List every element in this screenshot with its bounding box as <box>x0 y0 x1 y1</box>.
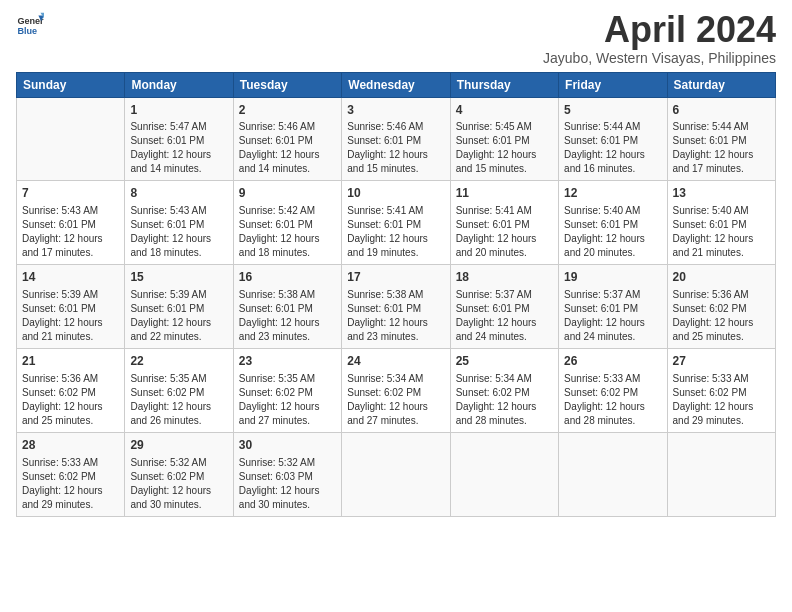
day-info: Sunrise: 5:41 AM Sunset: 6:01 PM Dayligh… <box>456 204 553 260</box>
day-number: 22 <box>130 353 227 370</box>
day-cell: 19Sunrise: 5:37 AM Sunset: 6:01 PM Dayli… <box>559 265 667 349</box>
day-number: 10 <box>347 185 444 202</box>
header-cell-wednesday: Wednesday <box>342 72 450 97</box>
day-cell: 30Sunrise: 5:32 AM Sunset: 6:03 PM Dayli… <box>233 432 341 516</box>
day-cell: 18Sunrise: 5:37 AM Sunset: 6:01 PM Dayli… <box>450 265 558 349</box>
day-number: 11 <box>456 185 553 202</box>
day-number: 19 <box>564 269 661 286</box>
day-info: Sunrise: 5:37 AM Sunset: 6:01 PM Dayligh… <box>456 288 553 344</box>
day-cell: 5Sunrise: 5:44 AM Sunset: 6:01 PM Daylig… <box>559 97 667 181</box>
day-number: 9 <box>239 185 336 202</box>
day-info: Sunrise: 5:36 AM Sunset: 6:02 PM Dayligh… <box>22 372 119 428</box>
day-cell: 3Sunrise: 5:46 AM Sunset: 6:01 PM Daylig… <box>342 97 450 181</box>
week-row-1: 1Sunrise: 5:47 AM Sunset: 6:01 PM Daylig… <box>17 97 776 181</box>
day-info: Sunrise: 5:46 AM Sunset: 6:01 PM Dayligh… <box>239 120 336 176</box>
day-info: Sunrise: 5:44 AM Sunset: 6:01 PM Dayligh… <box>564 120 661 176</box>
day-cell: 24Sunrise: 5:34 AM Sunset: 6:02 PM Dayli… <box>342 348 450 432</box>
day-cell: 2Sunrise: 5:46 AM Sunset: 6:01 PM Daylig… <box>233 97 341 181</box>
day-cell: 27Sunrise: 5:33 AM Sunset: 6:02 PM Dayli… <box>667 348 775 432</box>
day-cell: 29Sunrise: 5:32 AM Sunset: 6:02 PM Dayli… <box>125 432 233 516</box>
day-number: 7 <box>22 185 119 202</box>
day-info: Sunrise: 5:35 AM Sunset: 6:02 PM Dayligh… <box>239 372 336 428</box>
day-cell: 7Sunrise: 5:43 AM Sunset: 6:01 PM Daylig… <box>17 181 125 265</box>
day-cell: 21Sunrise: 5:36 AM Sunset: 6:02 PM Dayli… <box>17 348 125 432</box>
day-info: Sunrise: 5:33 AM Sunset: 6:02 PM Dayligh… <box>22 456 119 512</box>
header-cell-monday: Monday <box>125 72 233 97</box>
day-number: 27 <box>673 353 770 370</box>
day-cell: 1Sunrise: 5:47 AM Sunset: 6:01 PM Daylig… <box>125 97 233 181</box>
day-info: Sunrise: 5:35 AM Sunset: 6:02 PM Dayligh… <box>130 372 227 428</box>
day-cell <box>17 97 125 181</box>
day-info: Sunrise: 5:33 AM Sunset: 6:02 PM Dayligh… <box>673 372 770 428</box>
day-number: 18 <box>456 269 553 286</box>
day-number: 1 <box>130 102 227 119</box>
day-cell: 23Sunrise: 5:35 AM Sunset: 6:02 PM Dayli… <box>233 348 341 432</box>
day-number: 21 <box>22 353 119 370</box>
day-cell: 10Sunrise: 5:41 AM Sunset: 6:01 PM Dayli… <box>342 181 450 265</box>
day-cell: 26Sunrise: 5:33 AM Sunset: 6:02 PM Dayli… <box>559 348 667 432</box>
calendar-table: SundayMondayTuesdayWednesdayThursdayFrid… <box>16 72 776 517</box>
day-cell <box>667 432 775 516</box>
title-block: April 2024 Jayubo, Western Visayas, Phil… <box>543 10 776 66</box>
day-number: 16 <box>239 269 336 286</box>
day-info: Sunrise: 5:38 AM Sunset: 6:01 PM Dayligh… <box>239 288 336 344</box>
day-number: 30 <box>239 437 336 454</box>
day-cell: 25Sunrise: 5:34 AM Sunset: 6:02 PM Dayli… <box>450 348 558 432</box>
day-cell: 6Sunrise: 5:44 AM Sunset: 6:01 PM Daylig… <box>667 97 775 181</box>
day-cell <box>450 432 558 516</box>
week-row-2: 7Sunrise: 5:43 AM Sunset: 6:01 PM Daylig… <box>17 181 776 265</box>
day-number: 17 <box>347 269 444 286</box>
day-info: Sunrise: 5:37 AM Sunset: 6:01 PM Dayligh… <box>564 288 661 344</box>
day-cell <box>342 432 450 516</box>
day-number: 15 <box>130 269 227 286</box>
day-cell: 4Sunrise: 5:45 AM Sunset: 6:01 PM Daylig… <box>450 97 558 181</box>
header-cell-tuesday: Tuesday <box>233 72 341 97</box>
week-row-3: 14Sunrise: 5:39 AM Sunset: 6:01 PM Dayli… <box>17 265 776 349</box>
day-cell: 20Sunrise: 5:36 AM Sunset: 6:02 PM Dayli… <box>667 265 775 349</box>
day-number: 20 <box>673 269 770 286</box>
header-cell-sunday: Sunday <box>17 72 125 97</box>
week-row-5: 28Sunrise: 5:33 AM Sunset: 6:02 PM Dayli… <box>17 432 776 516</box>
day-info: Sunrise: 5:32 AM Sunset: 6:03 PM Dayligh… <box>239 456 336 512</box>
day-info: Sunrise: 5:40 AM Sunset: 6:01 PM Dayligh… <box>673 204 770 260</box>
day-number: 5 <box>564 102 661 119</box>
day-cell: 9Sunrise: 5:42 AM Sunset: 6:01 PM Daylig… <box>233 181 341 265</box>
day-info: Sunrise: 5:38 AM Sunset: 6:01 PM Dayligh… <box>347 288 444 344</box>
day-cell: 22Sunrise: 5:35 AM Sunset: 6:02 PM Dayli… <box>125 348 233 432</box>
day-number: 2 <box>239 102 336 119</box>
day-cell: 15Sunrise: 5:39 AM Sunset: 6:01 PM Dayli… <box>125 265 233 349</box>
day-number: 6 <box>673 102 770 119</box>
day-cell: 12Sunrise: 5:40 AM Sunset: 6:01 PM Dayli… <box>559 181 667 265</box>
day-info: Sunrise: 5:40 AM Sunset: 6:01 PM Dayligh… <box>564 204 661 260</box>
day-info: Sunrise: 5:41 AM Sunset: 6:01 PM Dayligh… <box>347 204 444 260</box>
day-number: 25 <box>456 353 553 370</box>
day-number: 3 <box>347 102 444 119</box>
svg-text:Blue: Blue <box>17 26 37 36</box>
page-header: General Blue April 2024 Jayubo, Western … <box>16 10 776 66</box>
day-cell: 13Sunrise: 5:40 AM Sunset: 6:01 PM Dayli… <box>667 181 775 265</box>
header-row: SundayMondayTuesdayWednesdayThursdayFrid… <box>17 72 776 97</box>
day-cell: 17Sunrise: 5:38 AM Sunset: 6:01 PM Dayli… <box>342 265 450 349</box>
day-info: Sunrise: 5:36 AM Sunset: 6:02 PM Dayligh… <box>673 288 770 344</box>
logo-icon: General Blue <box>16 10 44 38</box>
day-cell: 14Sunrise: 5:39 AM Sunset: 6:01 PM Dayli… <box>17 265 125 349</box>
day-cell <box>559 432 667 516</box>
day-info: Sunrise: 5:45 AM Sunset: 6:01 PM Dayligh… <box>456 120 553 176</box>
day-info: Sunrise: 5:39 AM Sunset: 6:01 PM Dayligh… <box>130 288 227 344</box>
header-cell-thursday: Thursday <box>450 72 558 97</box>
header-cell-friday: Friday <box>559 72 667 97</box>
day-number: 29 <box>130 437 227 454</box>
calendar-title: April 2024 <box>543 10 776 50</box>
day-number: 23 <box>239 353 336 370</box>
day-info: Sunrise: 5:33 AM Sunset: 6:02 PM Dayligh… <box>564 372 661 428</box>
logo: General Blue <box>16 10 44 38</box>
day-info: Sunrise: 5:43 AM Sunset: 6:01 PM Dayligh… <box>130 204 227 260</box>
day-info: Sunrise: 5:43 AM Sunset: 6:01 PM Dayligh… <box>22 204 119 260</box>
day-cell: 16Sunrise: 5:38 AM Sunset: 6:01 PM Dayli… <box>233 265 341 349</box>
day-info: Sunrise: 5:32 AM Sunset: 6:02 PM Dayligh… <box>130 456 227 512</box>
day-number: 8 <box>130 185 227 202</box>
day-info: Sunrise: 5:47 AM Sunset: 6:01 PM Dayligh… <box>130 120 227 176</box>
day-cell: 11Sunrise: 5:41 AM Sunset: 6:01 PM Dayli… <box>450 181 558 265</box>
day-info: Sunrise: 5:39 AM Sunset: 6:01 PM Dayligh… <box>22 288 119 344</box>
calendar-subtitle: Jayubo, Western Visayas, Philippines <box>543 50 776 66</box>
